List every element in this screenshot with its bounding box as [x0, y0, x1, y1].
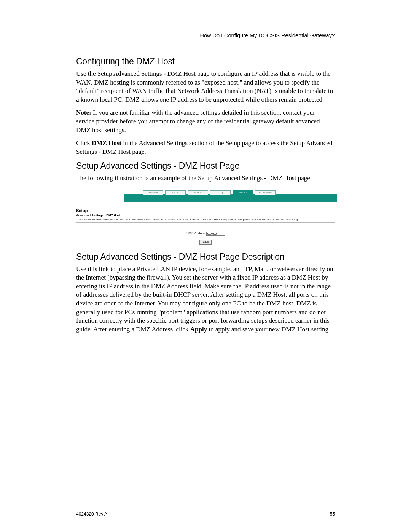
paragraph: The following illustration is an example… — [76, 174, 335, 183]
paragraph: Note: If you are not familiar with the a… — [76, 109, 335, 134]
router-panel-desc: The LAN IP address listed as the DMZ Hos… — [76, 218, 335, 221]
router-header-bar — [124, 194, 337, 202]
tab-setup[interactable]: Setup — [233, 190, 253, 195]
tab-advanced[interactable]: Advanced — [255, 190, 276, 195]
text: to apply and save your new DMZ Host sett… — [207, 326, 330, 333]
dmz-address-label: DMZ Address — [186, 231, 205, 235]
router-screenshot: System Signal Status Log Setup Advanced … — [76, 188, 335, 244]
running-header: How Do I Configure My DOCSIS Residential… — [200, 32, 335, 38]
tab-signal[interactable]: Signal — [165, 190, 186, 195]
dmz-host-bold: DMZ Host — [92, 139, 121, 147]
footer-doc-id: 4024320 Rev A — [76, 511, 107, 517]
footer-page-number: 55 — [330, 511, 335, 517]
router-panel-title: Setup — [76, 208, 335, 213]
dmz-address-input[interactable] — [206, 232, 225, 236]
note-label: Note: — [76, 109, 91, 116]
tab-system[interactable]: System — [143, 190, 163, 195]
apply-button[interactable]: Apply — [199, 240, 212, 245]
heading-dmz-page-description: Setup Advanced Settings - DMZ Host Page … — [76, 252, 335, 262]
router-panel-subtitle: Advanced Settings - DMZ Host — [76, 214, 335, 217]
divider — [76, 222, 335, 223]
apply-bold: Apply — [190, 326, 207, 333]
heading-configuring-dmz: Configuring the DMZ Host — [76, 56, 335, 67]
tab-log[interactable]: Log — [210, 190, 231, 195]
router-tabs-row: System Signal Status Log Setup Advanced — [143, 188, 335, 193]
text: If you are not familiar with the advance… — [76, 109, 320, 133]
text: Use this link to place a Private LAN IP … — [76, 265, 333, 333]
paragraph: Click DMZ Host in the Advanced Settings … — [76, 139, 335, 156]
paragraph: Use this link to place a Private LAN IP … — [76, 265, 335, 334]
heading-dmz-host-page: Setup Advanced Settings - DMZ Host Page — [76, 161, 335, 171]
tab-status[interactable]: Status — [188, 190, 208, 195]
paragraph: Use the Setup Advanced Settings - DMZ Ho… — [76, 70, 335, 104]
text: Click — [76, 139, 92, 147]
